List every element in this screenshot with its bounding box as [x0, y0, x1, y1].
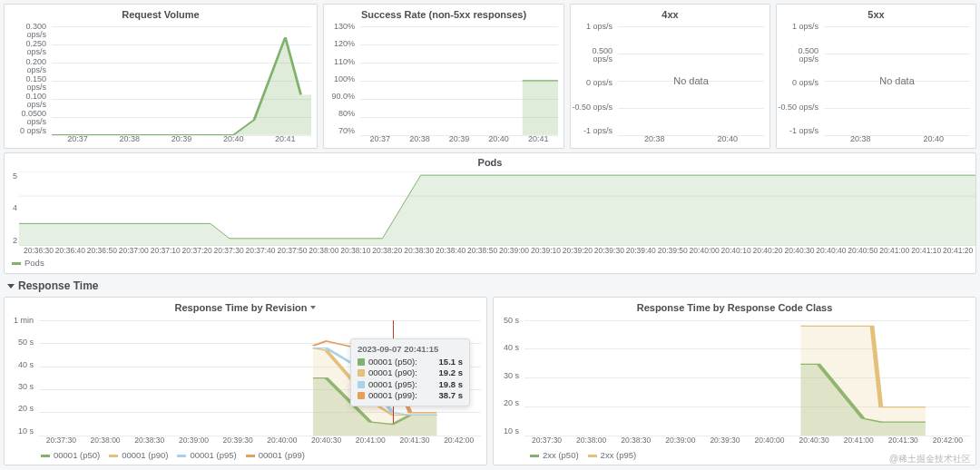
panel-title: Response Time by Response Code Class [494, 298, 975, 316]
chevron-down-icon[interactable] [310, 306, 316, 309]
panel-title: 5xx [777, 5, 975, 23]
y-axis: 1 min 50 s 40 s 30 s 20 s 10 s [5, 317, 37, 436]
no-data-label: No data [879, 74, 915, 87]
section-header-response-time[interactable]: Response Time [0, 274, 980, 298]
panel-title: 4xx [571, 5, 769, 23]
legend-item[interactable]: 00001 (p50) [41, 450, 100, 461]
plot-area[interactable]: 0.300 ops/s 0.250 ops/s 0.200 ops/s 0.15… [5, 23, 317, 148]
panel-title: Success Rate (non-5xx responses) [324, 5, 564, 23]
y-axis: 130% 120% 110% 100% 90.0% 80% 70% [324, 23, 358, 135]
plot-area[interactable]: 1 ops/s 0.500 ops/s 0 ops/s -0.50 ops/s … [777, 23, 975, 148]
panel-pods[interactable]: Pods 5 4 2 20:36:3020:36:4020:36:5020:37… [4, 152, 976, 274]
plot-area[interactable]: 130% 120% 110% 100% 90.0% 80% 70% 2 [324, 23, 564, 148]
legend-swatch-icon [12, 262, 21, 265]
success-rate-line [360, 26, 558, 135]
panel-title: Pods [5, 153, 975, 171]
hover-tooltip: 2023-09-07 20:41:15 00001 (p50):15.1 s00… [350, 338, 470, 407]
watermark: @稀土掘金技术社区 [889, 453, 971, 465]
legend-label: 00001 (p99) [259, 450, 305, 461]
request-volume-line [52, 26, 311, 135]
legend-item[interactable]: 00001 (p90) [109, 450, 168, 461]
no-data-label: No data [673, 74, 709, 87]
tooltip-row: 00001 (p99):38.7 s [358, 390, 463, 401]
legend-label: 00001 (p95) [190, 450, 236, 461]
legend-item[interactable]: 2xx (p95) [588, 450, 637, 461]
y-axis: 50 s 40 s 30 s 20 s 10 s [494, 317, 523, 436]
panel-response-time-by-revision[interactable]: Response Time by Revision 1 min 50 s 40 … [4, 297, 487, 465]
legend-label: 00001 (p50) [54, 450, 100, 461]
pods-line [19, 171, 975, 246]
legend-label: 00001 (p90) [122, 450, 168, 461]
y-axis: 5 4 2 [5, 171, 17, 246]
panel-response-time-by-code[interactable]: Response Time by Response Code Class 50 … [493, 297, 976, 465]
legend-swatch-icon [588, 455, 597, 457]
section-title: Response Time [18, 279, 98, 294]
lines [524, 320, 970, 436]
plot-area[interactable]: 50 s 40 s 30 s 20 s 10 s 20:37:3020:38:0 [494, 317, 975, 448]
legend-swatch-icon [109, 455, 118, 457]
pods-row: Pods 5 4 2 20:36:3020:36:4020:36:5020:37… [0, 152, 980, 274]
y-axis: 0.300 ops/s 0.250 ops/s 0.200 ops/s 0.15… [5, 23, 50, 135]
legend: 00001 (p50)00001 (p90)00001 (p95)00001 (… [5, 448, 486, 465]
x-axis: 20:37 20:38 20:39 20:40 20:41 [52, 134, 311, 148]
panel-title: Response Time by Revision [5, 298, 486, 316]
tooltip-row: 00001 (p90):19.2 s [358, 367, 463, 378]
legend-label: 2xx (p95) [601, 450, 637, 461]
plot-area[interactable]: 1 ops/s 0.500 ops/s 0 ops/s -0.50 ops/s … [571, 23, 769, 148]
x-axis: 20:36:3020:36:4020:36:5020:37:0020:37:10… [5, 246, 975, 258]
legend-swatch-icon [530, 455, 539, 457]
tooltip-row: 00001 (p50):15.1 s [358, 357, 463, 367]
plot-area[interactable]: 1 min 50 s 40 s 30 s 20 s 10 s [5, 317, 486, 448]
panel-4xx[interactable]: 4xx 1 ops/s 0.500 ops/s 0 ops/s -0.50 op… [570, 4, 770, 149]
legend: Pods [5, 258, 975, 272]
response-time-row: Response Time by Revision 1 min 50 s 40 … [0, 297, 980, 469]
y-axis: 1 ops/s 0.500 ops/s 0 ops/s -0.50 ops/s … [571, 23, 616, 135]
x-axis: 20:38 20:40 [824, 134, 970, 148]
x-axis: 20:37:3020:38:0020:38:3020:39:0020:39:30… [524, 436, 970, 448]
legend-label: Pods [24, 258, 44, 269]
x-axis: 20:38 20:40 [618, 134, 764, 148]
legend-item[interactable]: 00001 (p95) [177, 450, 236, 461]
panel-success-rate[interactable]: Success Rate (non-5xx responses) 130% 12… [323, 4, 564, 149]
x-axis: 20:37 20:38 20:39 20:40 20:41 [360, 134, 558, 148]
top-row: Request Volume 0.300 ops/s 0.250 ops/s 0… [0, 0, 980, 149]
legend-item[interactable]: 2xx (p50) [530, 450, 579, 461]
tooltip-row: 00001 (p95):19.8 s [358, 379, 463, 390]
tooltip-timestamp: 2023-09-07 20:41:15 [358, 344, 463, 355]
chevron-down-icon [7, 284, 15, 289]
panel-title: Request Volume [5, 5, 317, 23]
legend-swatch-icon [246, 455, 255, 457]
legend-item[interactable]: 00001 (p99) [246, 450, 305, 461]
x-axis: 20:37:3020:38:0020:38:3020:39:0020:39:30… [39, 436, 481, 448]
legend-swatch-icon [41, 455, 50, 457]
legend-swatch-icon [177, 455, 186, 457]
panel-5xx[interactable]: 5xx 1 ops/s 0.500 ops/s 0 ops/s -0.50 op… [776, 4, 976, 149]
plot-area[interactable]: 5 4 2 [5, 171, 975, 246]
panel-request-volume[interactable]: Request Volume 0.300 ops/s 0.250 ops/s 0… [4, 4, 318, 149]
dashboard: Request Volume 0.300 ops/s 0.250 ops/s 0… [0, 0, 980, 470]
legend-label: 2xx (p50) [543, 450, 579, 461]
y-axis: 1 ops/s 0.500 ops/s 0 ops/s -0.50 ops/s … [777, 23, 822, 135]
